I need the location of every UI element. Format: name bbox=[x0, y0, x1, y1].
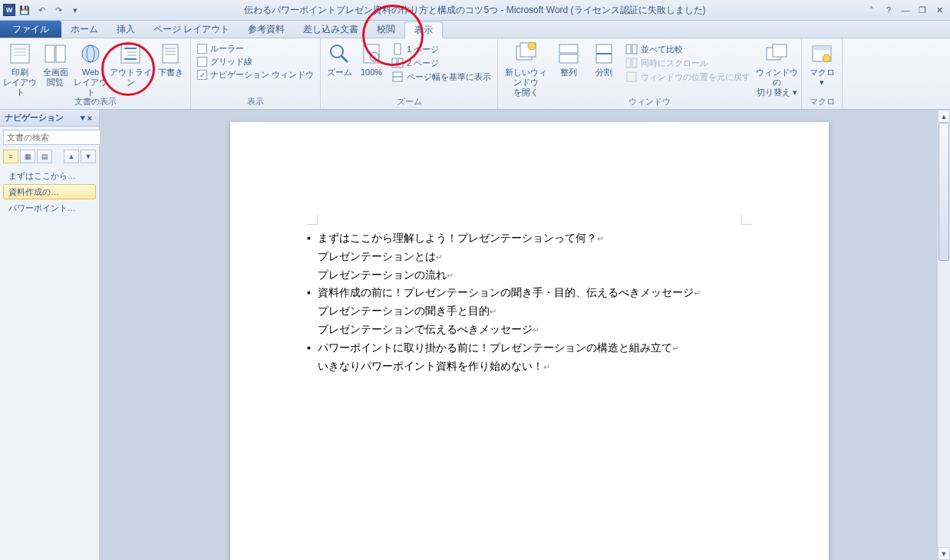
scroll-down-icon[interactable]: ▼ bbox=[938, 547, 950, 560]
nav-heading-item[interactable]: パワーポイント… bbox=[3, 200, 96, 216]
one-page-icon bbox=[391, 43, 404, 55]
ruler-checkbox[interactable]: ルーラー bbox=[197, 43, 314, 54]
svg-rect-36 bbox=[632, 58, 637, 68]
web-layout-button[interactable]: Web レイアウト bbox=[74, 40, 107, 94]
svg-rect-29 bbox=[559, 44, 578, 53]
page-width-button[interactable]: ページ幅を基準に表示 bbox=[391, 71, 491, 83]
navigation-pane-checkbox[interactable]: ✓ナビゲーション ウィンドウ bbox=[197, 69, 314, 81]
macros-icon bbox=[810, 41, 834, 66]
split-icon bbox=[592, 41, 616, 66]
document-page[interactable]: ▪まずはここから理解しよう！プレゼンテーションって何？↵プレゼンテーションとは↵… bbox=[230, 122, 829, 560]
margin-mark-tr bbox=[741, 214, 752, 225]
doc-heading-1[interactable]: ▪まずはここから理解しよう！プレゼンテーションって何？↵ bbox=[307, 229, 752, 248]
new-window-icon bbox=[513, 41, 538, 66]
zoom-button[interactable]: ズーム bbox=[324, 40, 355, 94]
group-macros: マクロ ▾ マクロ bbox=[802, 38, 843, 109]
maximize-button[interactable]: ❐ bbox=[915, 5, 930, 15]
split-button[interactable]: 分割 bbox=[587, 40, 621, 94]
web-layout-icon bbox=[78, 41, 103, 66]
qat-customize-icon[interactable]: ▾ bbox=[68, 2, 83, 18]
reset-position-icon bbox=[625, 71, 638, 83]
tab-view[interactable]: 表示 bbox=[404, 21, 443, 38]
vertical-scrollbar[interactable]: ▲ ▼ bbox=[937, 110, 950, 560]
tab-insert[interactable]: 挿入 bbox=[107, 21, 144, 38]
navigation-pane-close-icon[interactable]: × bbox=[85, 114, 94, 123]
nav-next-button[interactable]: ▼ bbox=[81, 150, 96, 163]
doc-body-line[interactable]: プレゼンテーションの聞き手と目的↵ bbox=[307, 302, 752, 321]
svg-point-17 bbox=[331, 45, 343, 58]
doc-body-line[interactable]: プレゼンテーションで伝えるべきメッセージ↵ bbox=[307, 321, 752, 339]
doc-heading-1[interactable]: ▪パワーポイントに取り掛かる前に！プレゼンテーションの構造と組み立て↵ bbox=[307, 339, 752, 357]
nav-tab-results[interactable]: ▤ bbox=[37, 150, 52, 163]
undo-icon[interactable]: ↶ bbox=[34, 2, 49, 18]
svg-rect-21 bbox=[394, 44, 401, 54]
navigation-toolbar: ≡ ▦ ▤ ▲ ▼ bbox=[0, 148, 99, 165]
svg-rect-34 bbox=[632, 44, 637, 54]
zoom-100-button[interactable]: 100% bbox=[356, 40, 387, 94]
quick-access-toolbar: W 💾 ↶ ↷ ▾ bbox=[0, 2, 86, 18]
navigation-pane-title: ナビゲーション bbox=[5, 112, 64, 124]
nav-heading-item[interactable]: 資料作成の… bbox=[3, 184, 96, 199]
tab-mailings[interactable]: 差し込み文書 bbox=[294, 21, 368, 38]
switch-windows-button[interactable]: ウィンドウの 切り替え ▾ bbox=[755, 40, 798, 94]
minimize-ribbon-icon[interactable]: ˄ bbox=[864, 5, 879, 15]
arrange-all-button[interactable]: 整列 bbox=[552, 40, 586, 94]
arrange-icon bbox=[556, 41, 581, 66]
svg-rect-3 bbox=[14, 54, 26, 56]
draft-icon bbox=[158, 41, 183, 66]
svg-rect-1 bbox=[14, 48, 26, 50]
navigation-search-row: 🔍▾ bbox=[0, 127, 99, 148]
svg-line-18 bbox=[341, 56, 348, 62]
side-by-side-icon bbox=[625, 43, 638, 55]
svg-rect-4 bbox=[45, 45, 54, 62]
svg-point-42 bbox=[823, 54, 830, 62]
one-page-button[interactable]: 1 ページ bbox=[391, 43, 491, 55]
tab-references[interactable]: 参考資料 bbox=[239, 21, 294, 38]
switch-windows-icon bbox=[764, 41, 789, 66]
side-by-side-button[interactable]: 並べて比較 bbox=[625, 43, 750, 55]
group-label-views: 文書の表示 bbox=[3, 94, 187, 109]
nav-heading-item[interactable]: まずはここから… bbox=[3, 168, 96, 183]
group-label-macros: マクロ bbox=[805, 94, 839, 109]
tab-home[interactable]: ホーム bbox=[61, 21, 107, 38]
scroll-up-icon[interactable]: ▲ bbox=[938, 110, 950, 123]
print-layout-button[interactable]: 印刷 レイアウト bbox=[3, 40, 37, 94]
help-icon[interactable]: ? bbox=[881, 5, 896, 15]
doc-body-line[interactable]: プレゼンテーションの流れ↵ bbox=[307, 266, 752, 285]
group-label-show: 表示 bbox=[194, 94, 317, 109]
group-window: 新しいウィンドウ を開く 整列 分割 並べて比較 同時にスクロール ウィンドウの… bbox=[498, 38, 802, 109]
tab-file[interactable]: ファイル bbox=[0, 21, 61, 38]
window-controls: ˄ ? — ❐ ✕ bbox=[864, 5, 950, 15]
word-app-icon[interactable]: W bbox=[3, 4, 15, 16]
two-pages-button[interactable]: 2 ページ bbox=[391, 57, 491, 69]
outline-button[interactable]: アウトライン bbox=[109, 40, 152, 94]
nav-tab-pages[interactable]: ▦ bbox=[20, 150, 35, 163]
nav-tab-headings[interactable]: ≡ bbox=[3, 150, 18, 163]
close-button[interactable]: ✕ bbox=[932, 5, 947, 15]
macros-button[interactable]: マクロ ▾ bbox=[805, 40, 839, 94]
ribbon-tabs: ファイル ホーム 挿入 ページ レイアウト 参考資料 差し込み文書 校閲 表示 bbox=[0, 21, 950, 38]
nav-prev-button[interactable]: ▲ bbox=[64, 150, 79, 163]
full-screen-reading-button[interactable]: 全画面 閲覧 bbox=[38, 40, 72, 94]
minimize-button[interactable]: — bbox=[898, 5, 913, 15]
window-title: 伝わるパワーポイントプレゼン資料の作り方と構成のコツ5つ - Microsoft… bbox=[0, 4, 950, 17]
full-screen-icon bbox=[43, 41, 68, 66]
gridlines-checkbox[interactable]: グリッド線 bbox=[197, 56, 314, 68]
title-bar: W 💾 ↶ ↷ ▾ 伝わるパワーポイントプレゼン資料の作り方と構成のコツ5つ -… bbox=[0, 0, 950, 21]
outline-icon bbox=[118, 41, 143, 66]
navigation-pane-header: ナビゲーション ▾ × bbox=[0, 110, 99, 127]
save-icon[interactable]: 💾 bbox=[17, 2, 32, 18]
doc-heading-1[interactable]: ▪資料作成の前に！プレゼンテーションの聞き手・目的、伝えるべきメッセージ↵ bbox=[307, 284, 752, 302]
scroll-thumb[interactable] bbox=[938, 123, 949, 261]
redo-icon[interactable]: ↷ bbox=[51, 2, 66, 18]
two-pages-icon bbox=[391, 57, 404, 69]
doc-body-line[interactable]: いきなりパワーポイント資料を作り始めない！↵ bbox=[307, 357, 752, 376]
new-window-button[interactable]: 新しいウィンドウ を開く bbox=[501, 40, 550, 94]
tab-page-layout[interactable]: ページ レイアウト bbox=[144, 21, 239, 38]
svg-point-28 bbox=[528, 42, 536, 50]
draft-button[interactable]: 下書き bbox=[153, 40, 187, 94]
tab-review[interactable]: 校閲 bbox=[368, 21, 404, 38]
svg-rect-39 bbox=[773, 44, 787, 57]
document-body[interactable]: ▪まずはここから理解しよう！プレゼンテーションって何？↵プレゼンテーションとは↵… bbox=[307, 229, 752, 375]
doc-body-line[interactable]: プレゼンテーションとは↵ bbox=[307, 248, 752, 266]
